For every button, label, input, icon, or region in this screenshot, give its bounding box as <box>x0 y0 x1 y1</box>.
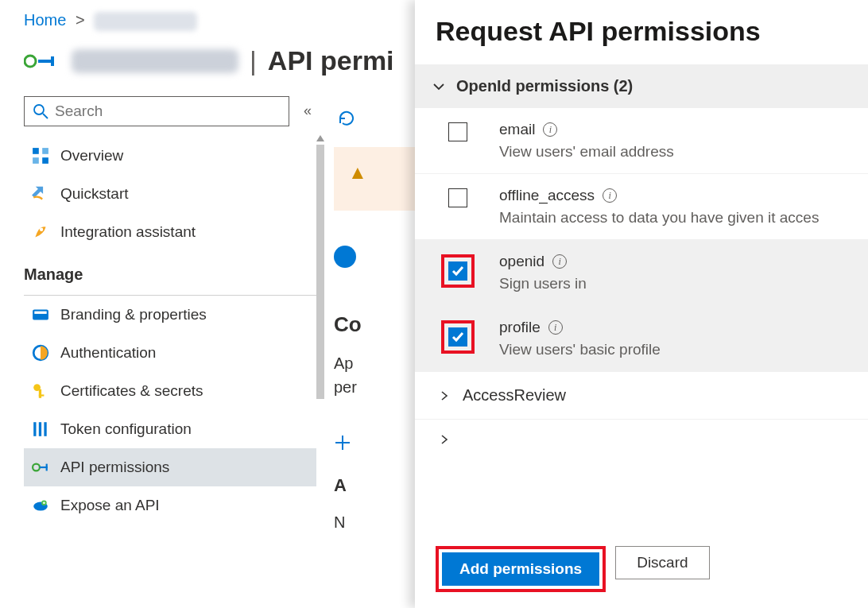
svg-point-24 <box>43 502 45 504</box>
permission-description: Maintain access to data you have given i… <box>499 209 819 227</box>
svg-line-4 <box>43 114 48 118</box>
chevron-right-icon <box>439 390 450 401</box>
search-input[interactable] <box>55 103 281 120</box>
permission-name: profile <box>499 319 541 336</box>
permission-description: View users' email address <box>499 143 674 161</box>
rocket-icon <box>32 223 49 241</box>
svg-point-3 <box>34 105 44 114</box>
svg-rect-7 <box>33 157 39 164</box>
svg-rect-5 <box>33 148 39 154</box>
highlight-annotation <box>441 254 475 288</box>
search-input-wrapper[interactable] <box>24 96 289 126</box>
token-icon <box>32 420 49 438</box>
svg-point-9 <box>40 227 43 230</box>
discard-button[interactable]: Discard <box>615 546 709 579</box>
svg-rect-21 <box>46 463 48 471</box>
branding-icon <box>32 306 49 323</box>
sidebar-item-label: Quickstart <box>60 185 129 203</box>
sidebar-item-authentication[interactable]: Authentication <box>24 334 318 372</box>
sidebar-item-label: Overview <box>60 147 123 165</box>
sidebar-item-api-permissions[interactable]: API permissions <box>24 448 318 486</box>
breadcrumb-separator-icon: > <box>71 11 90 29</box>
sidebar-item-quickstart[interactable]: Quickstart <box>24 175 318 213</box>
group-name: AccessReview <box>463 386 566 405</box>
svg-rect-16 <box>33 422 36 436</box>
svg-point-19 <box>33 463 40 471</box>
permissions-group-next[interactable] <box>415 420 868 459</box>
sidebar-item-label: Authentication <box>60 344 156 362</box>
info-icon[interactable]: i <box>603 188 617 203</box>
panel-title: Request API permissions <box>415 0 868 64</box>
sidebar-scrollbar[interactable] <box>316 135 324 580</box>
permission-row-offline-access[interactable]: offline_access i Maintain access to data… <box>415 174 868 240</box>
breadcrumb-home[interactable]: Home <box>24 11 66 29</box>
permission-name: offline_access <box>499 187 595 204</box>
permission-checkbox[interactable] <box>448 261 467 281</box>
panel-footer: Add permissions Discard <box>415 530 868 608</box>
permission-checkbox[interactable] <box>448 327 467 347</box>
permissions-group-header[interactable]: OpenId permissions (2) <box>415 64 868 108</box>
sidebar-item-branding[interactable]: Branding & properties <box>24 296 318 334</box>
app-name-redacted <box>72 49 238 73</box>
sidebar-item-label: Certificates & secrets <box>60 382 203 400</box>
add-permissions-button[interactable]: Add permissions <box>442 552 599 586</box>
permission-checkbox[interactable] <box>448 122 467 141</box>
svg-rect-8 <box>42 157 48 164</box>
info-icon <box>334 246 356 268</box>
svg-rect-11 <box>34 311 46 313</box>
collapse-sidebar-icon[interactable]: « <box>297 99 318 122</box>
sidebar-item-label: API permissions <box>60 459 169 476</box>
info-icon[interactable]: i <box>552 254 567 269</box>
authentication-icon <box>32 344 49 362</box>
highlight-annotation <box>441 320 475 354</box>
sidebar-item-label: Token configuration <box>60 420 192 438</box>
title-separator: | <box>250 45 257 76</box>
page-title-text: API permi <box>268 45 394 76</box>
search-icon <box>33 103 48 119</box>
sidebar-item-certificates[interactable]: Certificates & secrets <box>24 372 318 410</box>
svg-rect-6 <box>42 148 48 154</box>
svg-rect-10 <box>33 309 48 319</box>
sidebar-item-token-config[interactable]: Token configuration <box>24 410 318 448</box>
plus-icon <box>334 434 351 451</box>
sidebar-item-label: Integration assistant <box>60 223 196 241</box>
permission-description: View users' basic profile <box>499 341 661 358</box>
breadcrumb-app-redacted <box>94 12 197 31</box>
highlight-annotation: Add permissions <box>436 546 606 592</box>
sidebar-item-overview[interactable]: Overview <box>24 137 318 175</box>
permission-name: email <box>499 121 535 138</box>
permission-checkbox[interactable] <box>448 188 467 207</box>
info-icon[interactable]: i <box>543 122 557 137</box>
chevron-right-icon <box>439 434 450 445</box>
permission-name: openid <box>499 253 544 270</box>
expose-api-icon <box>32 497 49 514</box>
request-api-permissions-panel: Request API permissions OpenId permissio… <box>415 0 868 608</box>
svg-rect-14 <box>39 389 41 398</box>
scrollbar-up-icon[interactable] <box>316 135 324 141</box>
permission-row-email[interactable]: email i View users' email address <box>415 108 868 174</box>
permissions-group-accessreview[interactable]: AccessReview <box>415 372 868 420</box>
app-registration-icon <box>24 44 59 79</box>
sidebar-item-integration-assistant[interactable]: Integration assistant <box>24 213 318 251</box>
group-title: OpenId permissions (2) <box>456 77 633 95</box>
permission-row-openid[interactable]: openid i Sign users in <box>415 240 868 306</box>
permission-row-profile[interactable]: profile i View users' basic profile <box>415 306 868 372</box>
svg-point-0 <box>25 56 36 67</box>
permission-description: Sign users in <box>499 275 587 292</box>
sidebar-item-label: Expose an API <box>60 497 160 514</box>
sidebar-item-expose-api[interactable]: Expose an API <box>24 486 318 525</box>
svg-rect-15 <box>39 394 45 396</box>
sidebar: « Overview Quickstart Integration assist… <box>24 96 318 589</box>
key-icon <box>32 382 49 400</box>
check-icon <box>451 264 465 278</box>
quickstart-icon <box>32 185 49 203</box>
sidebar-item-label: Branding & properties <box>60 306 207 323</box>
api-permissions-icon <box>32 459 49 476</box>
svg-rect-18 <box>44 422 46 436</box>
overview-icon <box>32 147 49 165</box>
scrollbar-thumb[interactable] <box>316 145 324 399</box>
info-icon[interactable]: i <box>548 320 563 335</box>
sidebar-section-manage: Manage <box>24 251 318 292</box>
chevron-down-icon <box>432 80 445 93</box>
svg-rect-2 <box>51 56 54 66</box>
